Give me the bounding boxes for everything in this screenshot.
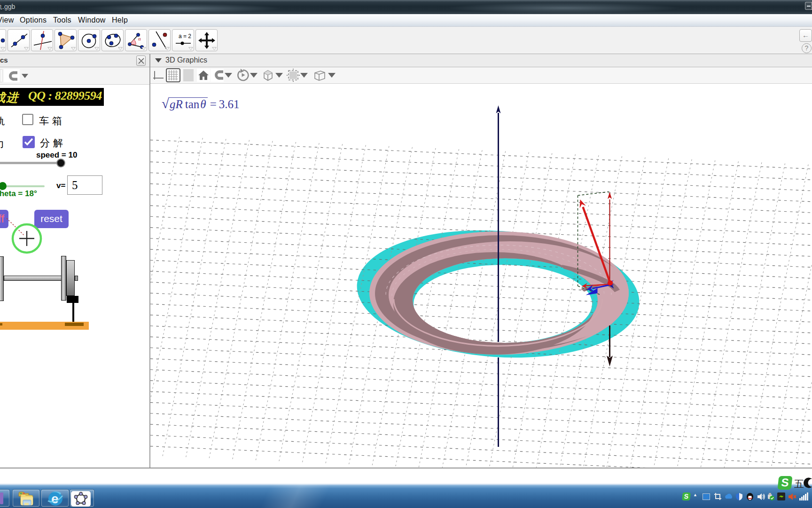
svg-text:e: e: [51, 492, 59, 506]
svg-text:a = 2: a = 2: [179, 33, 191, 40]
